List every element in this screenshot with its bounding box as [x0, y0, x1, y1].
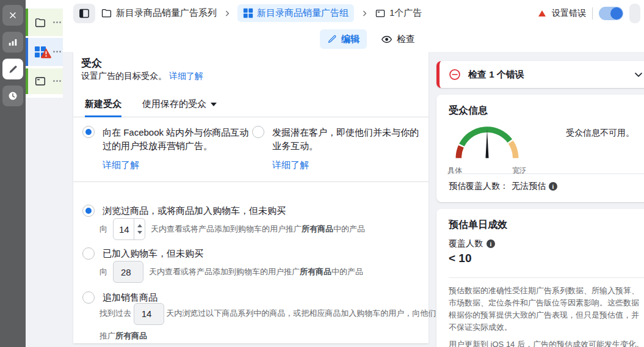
section-subtitle: 设置广告的目标受众。 详细了解: [81, 71, 203, 82]
days-input: [134, 309, 164, 319]
estimated-reach-row: 预估覆盖人数： 无法预估: [449, 181, 557, 192]
clock-icon: [7, 90, 18, 101]
tree-item-ad[interactable]: [26, 68, 63, 94]
chevron-down-icon: [211, 103, 217, 106]
cutoff-button[interactable]: [629, 4, 640, 23]
panel-collapse-icon: [78, 7, 90, 20]
days-input[interactable]: [114, 219, 134, 239]
radio-added-to-cart[interactable]: [82, 247, 95, 260]
strategy-retargeting: 向在 Facebook 站内外与你商品互动过的用户投放再营销广告。 详细了解: [82, 126, 252, 171]
option-label: 已加入购物车，但未购买: [103, 248, 203, 260]
more-options-icon[interactable]: [53, 51, 61, 53]
gauge-needle: [485, 130, 488, 158]
card-title: 受众信息: [449, 104, 488, 117]
audience-info-unavailable: 受众信息不可用。: [566, 126, 640, 139]
breadcrumb-adset-label: 新目录商品销量广告组: [257, 7, 349, 19]
stepper-arrows[interactable]: [134, 219, 145, 239]
reach-label-row: 覆盖人数: [449, 238, 495, 249]
pencil-icon: [8, 64, 18, 75]
learn-more-link[interactable]: 详细了解: [103, 158, 139, 172]
tab-saved-audience[interactable]: 使用保存的受众: [142, 97, 217, 117]
review-button-label: 检查: [397, 34, 415, 45]
performance-button[interactable]: [2, 32, 23, 53]
strategy-prospecting-text: 发掘潜在客户，即使他们并未与你的业务互动。: [272, 127, 419, 151]
divider: [449, 174, 644, 174]
info-icon[interactable]: [549, 182, 557, 191]
tree-item-adset-active[interactable]: [26, 38, 63, 66]
error-triangle-icon: [538, 10, 546, 16]
arrow-up-icon: [137, 224, 142, 227]
collapse-panel-button[interactable]: [73, 4, 95, 23]
bar-chart-icon: [7, 37, 18, 48]
days-prefix: 向: [99, 266, 107, 277]
adset-status-toggle[interactable]: [599, 7, 623, 20]
audience-section: 受众 设置广告的目标受众。 详细了解 新建受众 使用保存的受众 向在 Faceb…: [73, 52, 429, 343]
days-input-disabled: [134, 303, 164, 325]
option-label: 追加销售商品: [103, 292, 157, 304]
setup-error-label[interactable]: 设置错误: [552, 8, 586, 19]
option-upsell-settings: 找到过去 天内浏览过以下商品系列中的商品，或把相应商品加入购物车的用户，向他们推…: [99, 302, 439, 347]
breadcrumb-adset-active[interactable]: 新目录商品销量广告组: [237, 4, 354, 22]
estimate-disclaimer: 预估数据的准确性受往期广告系列数据、所输入预算、市场数据、定位条件和广告版位等因…: [449, 285, 644, 347]
top-bar: 新目录商品销量广告系列 新目录商品销量广告组 1个广告 设置错误: [26, 0, 644, 26]
learn-more-link[interactable]: 详细了解: [169, 71, 203, 81]
more-options-icon[interactable]: [53, 21, 61, 23]
gauge-dial: [447, 119, 527, 162]
breadcrumb-ad[interactable]: 1个广告: [375, 7, 422, 19]
option-label: 浏览过商品，或将商品加入购物车，但未购买: [103, 205, 286, 217]
edit-mode-button[interactable]: [2, 59, 23, 79]
info-icon[interactable]: [487, 239, 495, 248]
section-title: 受众: [81, 56, 102, 70]
gauge-label-broad: 宽泛: [512, 166, 527, 176]
ios-note: 用户更新到 iOS 14 后，广告的预估成效可能发生变化。 详细了解: [449, 338, 644, 347]
ad-frame-icon: [375, 8, 386, 19]
chevron-down-icon[interactable]: [632, 68, 644, 81]
breadcrumb-campaign-label: 新目录商品销量广告系列: [116, 7, 217, 19]
toggle-knob: [610, 7, 623, 20]
breadcrumb-campaign[interactable]: 新目录商品销量广告系列: [101, 7, 217, 19]
topbar-right: 设置错误: [538, 0, 640, 26]
days-input-disabled: [113, 261, 143, 283]
tree-item-campaign[interactable]: [26, 9, 63, 36]
action-bar: 编辑 检查: [26, 26, 644, 52]
error-banner[interactable]: 检查 1 个错误: [436, 61, 644, 88]
reach-value: 无法预估: [512, 181, 546, 192]
arrow-down-icon: [137, 231, 142, 234]
chevron-right-icon: [222, 9, 232, 18]
audience-tabs: 新建受众 使用保存的受众: [73, 97, 429, 117]
radio-prospecting[interactable]: [252, 126, 264, 138]
days-prefix: 找到过去: [99, 309, 131, 318]
option-desc: 天内查看或将产品添加到购物车的用户推广所有商品中的产品: [149, 266, 363, 277]
audience-definition-card: 受众信息 具体 宽泛 受众信息不可用。 预估覆盖人数： 无法预估: [436, 95, 644, 202]
radio-viewed-or-carted[interactable]: [82, 205, 95, 217]
radio-upsell[interactable]: [82, 291, 95, 304]
learn-more-link[interactable]: 详细了解: [272, 158, 309, 172]
close-icon: [8, 10, 18, 20]
error-banner-label: 检查 1 个错误: [468, 69, 524, 81]
review-button[interactable]: 检查: [375, 29, 421, 49]
close-button[interactable]: [2, 5, 23, 26]
card-title: 预估单日成效: [449, 219, 507, 232]
more-options-icon[interactable]: [53, 80, 61, 82]
strategy-retargeting-text: 向在 Facebook 站内外与你商品互动过的用户投放再营销广告。: [103, 127, 248, 151]
edit-button[interactable]: 编辑: [320, 29, 367, 49]
tab-new-audience[interactable]: 新建受众: [85, 97, 121, 117]
days-stepper: [113, 218, 145, 240]
history-button[interactable]: [2, 86, 23, 106]
reach-label: 预估覆盖人数：: [449, 181, 508, 192]
retarget-option-carted: 已加入购物车，但未购买: [82, 247, 203, 260]
divider: [449, 277, 644, 278]
adset-grid-icon: [34, 46, 46, 58]
option-carted-settings: 向 天内查看或将产品添加到购物车的用户推广所有商品中的产品: [99, 261, 363, 283]
strategy-prospecting: 发掘潜在客户，即使他们并未与你的业务互动。 详细了解: [252, 126, 422, 171]
radio-retargeting[interactable]: [82, 126, 95, 138]
gauge-label-specific: 具体: [447, 166, 462, 176]
warning-triangle-icon: [40, 47, 52, 59]
disclaimer-text: 预估数据的准确性受往期广告系列数据、所输入预算、市场数据、定位条件和广告版位等因…: [449, 285, 644, 334]
retarget-option-viewed: 浏览过商品，或将商品加入购物车，但未购买: [82, 205, 286, 217]
days-prefix: 向: [99, 224, 107, 235]
reach-label: 覆盖人数: [449, 238, 483, 249]
audience-gauge: 具体 宽泛: [447, 119, 527, 176]
strategy-options: 向在 Facebook 站内外与你商品互动过的用户投放再营销广告。 详细了解 发…: [82, 126, 422, 171]
folder-icon: [101, 7, 112, 19]
